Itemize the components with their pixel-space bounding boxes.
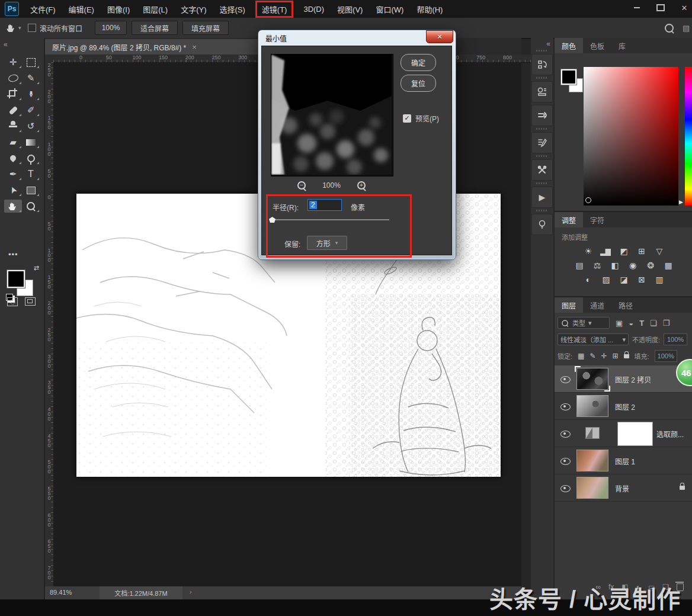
layer-thumbnail[interactable]: [576, 477, 608, 499]
levels-icon[interactable]: ▂▆▃: [600, 246, 611, 256]
menu-file[interactable]: 文件(F): [24, 1, 62, 18]
eraser-tool[interactable]: ▰: [4, 136, 22, 149]
minimize-button[interactable]: [629, 2, 645, 13]
menu-help[interactable]: 帮助(H): [410, 1, 449, 18]
menu-window[interactable]: 窗口(W): [369, 1, 410, 18]
tab-layers[interactable]: 图层: [555, 297, 583, 313]
crop-tool[interactable]: [4, 88, 22, 101]
hue-saturation-icon[interactable]: ▤: [574, 261, 584, 270]
filter-smart-objects-icon[interactable]: ❐: [663, 319, 670, 328]
clone-stamp-tool[interactable]: [4, 120, 22, 133]
layer-thumbnail[interactable]: [576, 395, 608, 417]
tab-character[interactable]: 字符: [583, 212, 611, 227]
scroll-all-windows-option[interactable]: 滚动所有窗口: [28, 18, 82, 38]
threshold-icon[interactable]: ◪: [618, 275, 629, 284]
layer-row[interactable]: 图层 2: [555, 393, 692, 420]
black-white-icon[interactable]: ◧: [609, 261, 620, 270]
menu-3d[interactable]: 3D(D): [297, 2, 331, 17]
color-lookup-icon[interactable]: ▦: [662, 261, 673, 270]
path-selection-tool[interactable]: ➤: [4, 184, 22, 197]
layer-row-adjustment[interactable]: 选取颜...: [555, 420, 692, 447]
filter-type-layers-icon[interactable]: T: [639, 319, 644, 328]
menu-layer[interactable]: 图层(L): [136, 1, 174, 18]
dodge-tool[interactable]: [22, 152, 40, 165]
smudge-tool[interactable]: [4, 152, 22, 165]
lock-artboard-icon[interactable]: ⊞: [613, 352, 619, 360]
expand-panels-icon[interactable]: «: [531, 38, 553, 48]
history-panel-icon[interactable]: [531, 54, 553, 75]
tab-paths[interactable]: 路径: [611, 297, 640, 313]
filter-shape-layers-icon[interactable]: ❏: [650, 319, 657, 328]
photo-filter-icon[interactable]: ◉: [627, 261, 637, 270]
filter-adjustment-layers-icon[interactable]: ◒: [629, 319, 633, 328]
quick-selection-tool[interactable]: ✎: [22, 72, 40, 85]
lock-transparency-icon[interactable]: ▦: [578, 352, 584, 360]
fill-value[interactable]: 100%: [655, 350, 677, 362]
eyedropper-tool[interactable]: ✒: [22, 88, 40, 101]
radius-input[interactable]: 2: [307, 199, 342, 211]
foreground-color-swatch-small[interactable]: [561, 69, 576, 85]
hue-slider-pointer[interactable]: ▶: [679, 199, 683, 205]
preserve-dropdown[interactable]: 方形 ▾: [307, 236, 347, 250]
dialog-close-button[interactable]: ✕: [426, 30, 453, 43]
tips-panel-icon[interactable]: [531, 214, 553, 235]
swap-colors-icon[interactable]: ⇄: [34, 264, 39, 272]
visibility-eye-icon[interactable]: [560, 458, 571, 465]
adjustment-layer-icon[interactable]: [585, 427, 600, 439]
brightness-contrast-icon[interactable]: ☀: [582, 246, 593, 256]
spot-healing-tool[interactable]: [4, 104, 22, 117]
move-tool[interactable]: ✛: [4, 56, 22, 69]
menu-filter-highlighted[interactable]: 滤镜(T): [255, 1, 294, 18]
color-balance-icon[interactable]: ⚖: [591, 261, 602, 270]
invert-icon[interactable]: ◐: [582, 275, 593, 284]
color-swatches[interactable]: ⇄: [7, 268, 37, 297]
hand-tool[interactable]: [4, 200, 22, 213]
brush-settings-panel-icon[interactable]: [531, 132, 553, 153]
lasso-tool[interactable]: [4, 72, 22, 85]
channel-mixer-icon[interactable]: ❂: [645, 261, 655, 270]
layer-row-background[interactable]: 背景: [555, 474, 692, 502]
maximize-button[interactable]: [653, 2, 668, 13]
zoom-100-button[interactable]: 100%: [95, 21, 127, 35]
tab-adjustments[interactable]: 调整: [555, 212, 583, 227]
actions-panel-icon[interactable]: ▶: [531, 187, 553, 208]
hue-slider[interactable]: [685, 67, 692, 206]
posterize-icon[interactable]: ▨: [600, 275, 611, 284]
status-more-icon[interactable]: ›: [190, 588, 192, 595]
menu-view[interactable]: 视图(V): [331, 1, 369, 18]
preview-option[interactable]: ✓ 预览(P): [403, 113, 439, 123]
menu-type[interactable]: 文字(Y): [174, 1, 213, 18]
marquee-tool[interactable]: [22, 56, 40, 69]
curves-icon[interactable]: ◩: [618, 246, 629, 256]
layer-filter-type-dropdown[interactable]: 类型 ▾: [558, 317, 610, 329]
tab-libraries[interactable]: 库: [611, 38, 633, 53]
layer-row-selected[interactable]: 图层 2 拷贝: [555, 365, 692, 393]
close-tab-icon[interactable]: ×: [192, 43, 197, 52]
foreground-color-swatch[interactable]: [7, 270, 25, 288]
visibility-eye-icon[interactable]: [560, 485, 571, 492]
tab-color[interactable]: 颜色: [555, 38, 583, 53]
fit-screen-button[interactable]: 适合屏幕: [132, 21, 178, 35]
screen-mode-button[interactable]: [25, 297, 36, 306]
layer-row[interactable]: 图层 1: [555, 447, 692, 474]
zoom-percentage[interactable]: 89.41%: [50, 589, 72, 596]
document-tab[interactable]: 原片.jpg @ 89.4% (图层 2 拷贝, RGB/8#) * ×: [45, 39, 270, 54]
gradient-tool[interactable]: [22, 136, 40, 149]
lock-paint-icon[interactable]: ✎: [590, 352, 595, 360]
type-tool[interactable]: T: [22, 168, 40, 181]
visibility-eye-icon[interactable]: [560, 376, 571, 383]
more-tools-button[interactable]: •••: [8, 250, 18, 259]
tab-channels[interactable]: 通道: [583, 297, 611, 313]
pen-tool[interactable]: ✒: [4, 168, 22, 181]
fill-screen-button[interactable]: 填充屏幕: [182, 21, 229, 35]
layer-thumbnail[interactable]: [576, 368, 608, 390]
minimum-filter-dialog[interactable]: 最小值 ✕: [258, 30, 456, 260]
lock-position-icon[interactable]: ✛: [601, 352, 607, 360]
layer-mask-thumbnail[interactable]: [617, 422, 653, 446]
shape-tool[interactable]: [22, 184, 40, 197]
zoom-tool[interactable]: [22, 200, 40, 213]
blend-mode-dropdown[interactable]: 线性减淡（添加 ...▾: [558, 333, 629, 345]
color-field[interactable]: [584, 67, 678, 206]
tab-swatches[interactable]: 色板: [583, 38, 611, 53]
menu-select[interactable]: 选择(S): [213, 1, 251, 18]
